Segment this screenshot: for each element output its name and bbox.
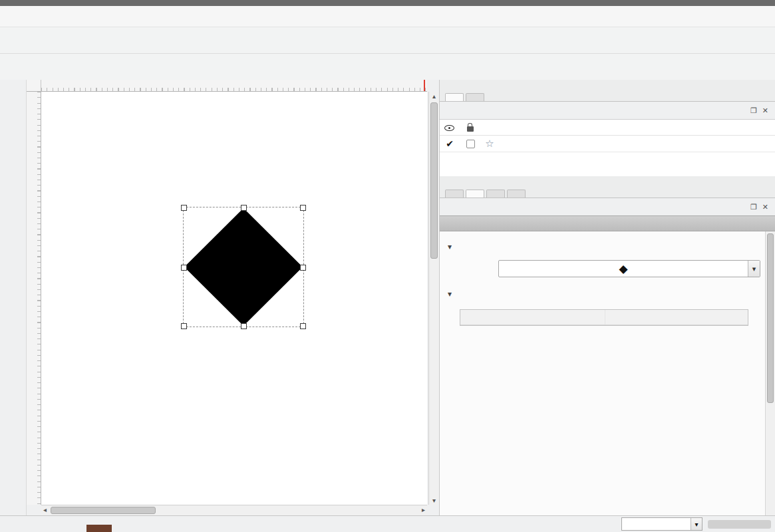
ruler-position-indicator: [424, 80, 425, 91]
variables-table-header: [460, 310, 748, 325]
zoom-slider-fill: [708, 520, 771, 529]
window-titlebar: [0, 0, 775, 6]
tab-guides[interactable]: [486, 190, 505, 198]
toolbar-zoom: [0, 54, 775, 80]
zoom-level-combo[interactable]: ▾: [621, 517, 702, 531]
menubar: [0, 6, 775, 27]
vertical-scrollbar-thumb[interactable]: [430, 102, 438, 259]
resize-handle[interactable]: [241, 205, 247, 211]
section-variables[interactable]: ▾: [448, 287, 764, 301]
items-panel-filler: [440, 152, 775, 176]
item-type-header: [440, 215, 775, 231]
symbol-preview-diamond: ◆: [499, 262, 748, 276]
scroll-down-icon[interactable]: ▾: [429, 497, 439, 504]
items-panel-title: ❐ ✕: [440, 102, 775, 119]
chevron-down-icon: ▾: [448, 242, 457, 251]
section-main-properties[interactable]: ▾: [448, 239, 764, 253]
resize-handle[interactable]: [181, 205, 187, 211]
float-panel-icon[interactable]: ❐: [750, 203, 757, 211]
background-window-fragment: [86, 525, 112, 532]
items-table: ✔ ☆: [440, 119, 775, 152]
canvas-horizontal-scrollbar[interactable]: ◂ ▸: [41, 505, 427, 515]
symbol-combo[interactable]: ◆ ▾: [498, 260, 760, 277]
left-toolbar: [0, 80, 27, 515]
item-properties-content: ▾ ◆ ▾ ▾: [440, 231, 775, 515]
close-panel-icon[interactable]: ✕: [762, 203, 768, 211]
tab-item-properties[interactable]: [466, 190, 484, 198]
scroll-up-icon[interactable]: ▴: [429, 92, 439, 100]
item-row-marker[interactable]: ✔ ☆: [440, 136, 775, 152]
items-table-header: [440, 120, 775, 136]
float-panel-icon[interactable]: ❐: [750, 106, 757, 115]
item-properties-panel-title: ❐ ✕: [440, 198, 775, 215]
layout-page[interactable]: [41, 92, 427, 505]
selection-box[interactable]: [183, 207, 304, 327]
marker-item-icon: ☆: [481, 138, 498, 150]
visibility-column-eye-icon: [444, 123, 455, 132]
lock-checkbox[interactable]: [466, 140, 475, 148]
main-area: ▴ ▾ ◂ ▸ ❐ ✕: [0, 80, 775, 515]
layout-designer-window: ▴ ▾ ◂ ▸ ❐ ✕: [0, 0, 775, 532]
chevron-down-icon[interactable]: ▾: [748, 261, 760, 277]
zoom-slider[interactable]: [708, 520, 771, 529]
visibility-checkbox[interactable]: ✔: [440, 138, 460, 149]
edge-indicator: [771, 291, 775, 320]
resize-handle[interactable]: [241, 323, 247, 329]
panel-tabs-bottom: [440, 176, 775, 198]
resize-handle[interactable]: [181, 323, 187, 329]
horizontal-scrollbar-thumb[interactable]: [51, 507, 156, 514]
layout-canvas: ▴ ▾ ◂ ▸: [27, 80, 439, 515]
canvas-vertical-scrollbar[interactable]: ▴ ▾: [428, 92, 439, 505]
ruler-corner: [27, 80, 41, 92]
v-ruler: [27, 92, 41, 505]
tab-items[interactable]: [445, 93, 464, 101]
value-column-header: [605, 310, 748, 325]
tab-atlas[interactable]: [507, 190, 526, 198]
chevron-down-icon[interactable]: ▾: [691, 518, 702, 530]
tab-undo-history[interactable]: [466, 93, 484, 101]
lock-column-lock-icon: [467, 126, 474, 132]
h-ruler-ticks: [41, 88, 427, 91]
toolbar-main: [0, 27, 775, 54]
scroll-right-icon[interactable]: ▸: [422, 506, 425, 513]
panel-tabs-top: [440, 80, 775, 102]
variable-column-header: [460, 310, 605, 325]
symbol-row: ◆ ▾: [460, 260, 764, 277]
resize-handle[interactable]: [300, 205, 306, 211]
right-panel: ❐ ✕ ✔ ☆: [439, 80, 775, 515]
h-ruler: [41, 80, 427, 92]
resize-handle[interactable]: [300, 265, 306, 271]
chevron-down-icon: ▾: [448, 289, 457, 299]
statusbar: ▾: [0, 515, 775, 532]
properties-scrollbar[interactable]: [765, 231, 775, 515]
resize-handle[interactable]: [181, 265, 187, 271]
resize-handle[interactable]: [300, 323, 306, 329]
v-ruler-ticks: [37, 92, 41, 505]
close-panel-icon[interactable]: ✕: [762, 106, 768, 115]
variables-table: [460, 309, 748, 326]
scroll-left-icon[interactable]: ◂: [43, 506, 47, 513]
tab-layout[interactable]: [445, 190, 464, 198]
